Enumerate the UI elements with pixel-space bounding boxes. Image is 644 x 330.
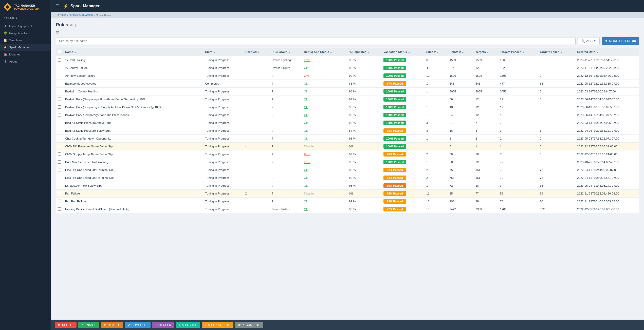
row-checkbox[interactable] — [58, 152, 61, 156]
sidebar-item-templates[interactable]: 📋 Templates — [0, 37, 50, 44]
col-targets-failed[interactable]: Targets Failed ▲ — [538, 48, 575, 56]
cell-debug[interactable]: Error — [302, 72, 347, 80]
row-checkbox-cell[interactable] — [56, 182, 63, 190]
col-disabled[interactable]: Disabled ▲ — [243, 48, 270, 56]
cell-debug[interactable]: Ok — [302, 103, 347, 111]
debug-status-link[interactable]: Ok — [304, 106, 308, 109]
cell-debug[interactable]: Ok — [302, 135, 347, 143]
row-checkbox[interactable] — [58, 113, 61, 117]
row-checkbox-cell[interactable] — [56, 80, 63, 88]
row-checkbox[interactable] — [58, 200, 61, 203]
select-all-checkbox[interactable] — [58, 50, 61, 53]
row-checkbox[interactable] — [58, 176, 61, 179]
col-targets[interactable]: Targets ▲ — [473, 48, 498, 56]
debug-status-link[interactable]: Ok — [304, 98, 308, 101]
filter-toggle-icon[interactable]: ☰ — [56, 31, 59, 35]
debug-status-link[interactable]: Disabled — [304, 192, 315, 195]
col-sites[interactable]: Sites # ▲ — [424, 48, 448, 56]
col-targets-passed[interactable]: Targets Passed ▲ — [498, 48, 538, 56]
row-checkbox[interactable] — [58, 207, 61, 211]
row-checkbox-cell[interactable] — [56, 174, 63, 182]
cell-debug[interactable]: Ok — [302, 88, 347, 95]
row-checkbox-cell[interactable] — [56, 205, 63, 213]
row-checkbox-cell[interactable] — [56, 72, 63, 80]
row-checkbox[interactable] — [58, 82, 61, 85]
hamburger-menu-icon[interactable]: ☰ — [56, 4, 59, 8]
cell-debug[interactable]: Ok — [302, 80, 347, 88]
breadcrumb-spark-manager[interactable]: SPARK MANAGER — [69, 14, 93, 17]
disable-button[interactable]: ⊘ DISABLE — [101, 322, 123, 328]
complete-button[interactable]: ✔ COMPLETE — [125, 322, 151, 328]
sidebar-item-about[interactable]: ℹ About — [0, 58, 50, 65]
row-checkbox[interactable] — [58, 184, 61, 187]
row-checkbox[interactable] — [58, 121, 61, 124]
row-checkbox-cell[interactable] — [56, 88, 63, 95]
col-validation[interactable]: Validation Status ▲ — [381, 48, 424, 56]
row-checkbox[interactable] — [58, 98, 61, 101]
more-filters-button[interactable]: ▼ MORE FILTERS (0) — [602, 37, 639, 45]
debug-status-link[interactable]: Error — [304, 59, 310, 62]
cell-debug[interactable]: Disabled — [302, 143, 347, 150]
col-populated[interactable]: % Populated ▲ — [347, 48, 381, 56]
col-points[interactable]: Points # ▲ — [448, 48, 473, 56]
row-checkbox[interactable] — [58, 145, 61, 148]
debug-status-link[interactable]: Ok — [304, 90, 308, 93]
breadcrumb-kaiser[interactable]: KAISER — [56, 14, 66, 17]
row-checkbox[interactable] — [58, 58, 61, 62]
select-all-header[interactable] — [56, 48, 63, 56]
cell-debug[interactable]: Ok — [302, 111, 347, 119]
row-checkbox[interactable] — [58, 90, 61, 93]
row-checkbox-cell[interactable] — [56, 143, 63, 150]
add-projects-button[interactable]: + ADD PROJECTS — [202, 322, 233, 328]
debug-status-link[interactable]: Ok — [304, 168, 308, 171]
sidebar-user[interactable]: KAISER ▼ — [0, 14, 50, 22]
debug-status-link[interactable]: Ok — [304, 176, 308, 179]
debug-status-link[interactable]: Error — [304, 153, 310, 156]
cell-debug[interactable]: Ok — [302, 119, 347, 127]
row-checkbox-cell[interactable] — [56, 190, 63, 198]
search-input[interactable] — [56, 37, 576, 45]
row-checkbox-cell[interactable] — [56, 119, 63, 127]
row-checkbox-cell[interactable] — [56, 158, 63, 166]
debug-status-link[interactable]: Ok — [304, 208, 308, 211]
row-checkbox-cell[interactable] — [56, 103, 63, 111]
row-checkbox-cell[interactable] — [56, 64, 63, 72]
enable-button[interactable]: ✓ ENABLE — [78, 322, 99, 328]
row-checkbox[interactable] — [58, 160, 61, 164]
cell-debug[interactable]: Ok — [302, 127, 347, 135]
recompute-button[interactable]: ⟳ RECOMPUTE — [235, 322, 263, 328]
debug-status-link[interactable]: Ok — [304, 129, 308, 132]
cell-debug[interactable]: Disabled — [302, 190, 347, 198]
row-checkbox-cell[interactable] — [56, 198, 63, 205]
apply-button[interactable]: 🔍 APPLY — [578, 37, 600, 45]
row-checkbox[interactable] — [58, 105, 61, 109]
cell-debug[interactable]: Ok — [302, 166, 347, 174]
col-debug[interactable]: Debug App Status ▲ — [302, 48, 347, 56]
cell-debug[interactable]: Error — [302, 150, 347, 158]
sidebar-item-spark-manager[interactable]: ⚡ Spark Manager — [0, 44, 50, 51]
row-checkbox-cell[interactable] — [56, 111, 63, 119]
debug-status-link[interactable]: Ok — [304, 66, 308, 69]
row-checkbox[interactable] — [58, 74, 61, 77]
col-created[interactable]: Created Date ▲ — [575, 48, 639, 56]
row-checkbox-cell[interactable] — [56, 127, 63, 135]
cell-debug[interactable]: Ok — [302, 64, 347, 72]
cell-debug[interactable]: Error — [302, 56, 347, 64]
row-checkbox[interactable] — [58, 137, 61, 140]
debug-status-link[interactable]: Error — [304, 74, 310, 77]
cell-debug[interactable]: Ok — [302, 198, 347, 205]
add-sites-button[interactable]: + ADD SITES — [176, 322, 200, 328]
sidebar-item-navigation-tree[interactable]: 🌳 Navigation Tree — [0, 30, 50, 37]
cell-debug[interactable]: Ok — [302, 95, 347, 103]
debug-status-link[interactable]: Ok — [304, 113, 308, 117]
row-checkbox-cell[interactable] — [56, 166, 63, 174]
debug-status-link[interactable]: Ok — [304, 184, 308, 187]
col-state[interactable]: State ▲ — [203, 48, 242, 56]
row-checkbox-cell[interactable] — [56, 56, 63, 64]
row-checkbox-cell[interactable] — [56, 95, 63, 103]
debug-status-link[interactable]: Ok — [304, 200, 308, 203]
row-checkbox-cell[interactable] — [56, 135, 63, 143]
cell-debug[interactable]: Ok — [302, 182, 347, 190]
debug-status-link[interactable]: Ok — [304, 82, 308, 85]
col-rule-group[interactable]: Rule Group ▲ — [270, 48, 302, 56]
